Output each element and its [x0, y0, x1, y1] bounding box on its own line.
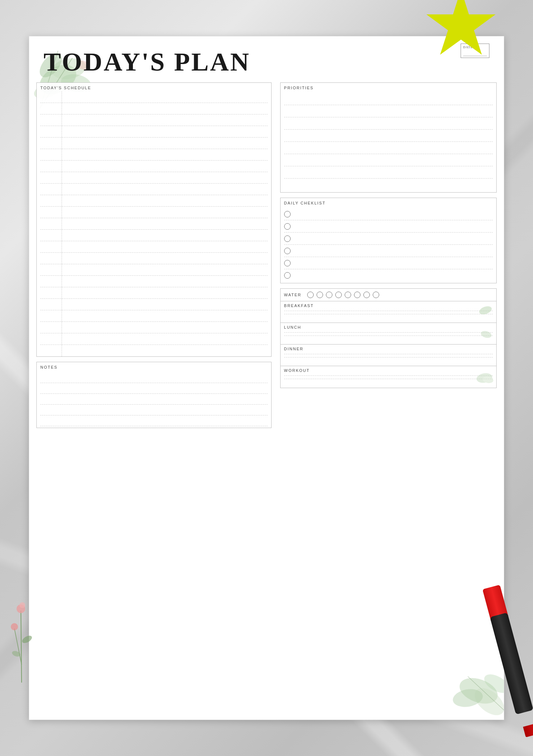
- time-cell: [40, 161, 62, 172]
- water-circle-5[interactable]: [345, 292, 351, 298]
- schedule-content: [62, 195, 268, 206]
- star-decoration: [425, 0, 504, 68]
- schedule-content: [62, 241, 268, 252]
- water-circle-6[interactable]: [354, 292, 360, 298]
- schedule-row: [40, 184, 268, 195]
- planner-page: DATE TODAY'S PLAN TODAY'S SCHEDULE: [29, 36, 504, 720]
- water-circle-2[interactable]: [317, 292, 323, 298]
- schedule-content: [62, 218, 268, 229]
- checkbox-circle[interactable]: [284, 211, 291, 217]
- time-cell: [40, 241, 62, 252]
- checklist-item: [284, 269, 493, 282]
- checkbox-circle[interactable]: [284, 223, 291, 230]
- flower-decoration: [7, 575, 36, 684]
- schedule-content: [62, 230, 268, 241]
- time-cell: [40, 149, 62, 160]
- schedule-content: [62, 310, 268, 321]
- water-circle-3[interactable]: [326, 292, 332, 298]
- schedule-content: [62, 91, 268, 103]
- schedule-content: [62, 184, 268, 195]
- priority-rows: [281, 91, 496, 192]
- time-cell: [40, 253, 62, 264]
- workout-section: WORKOUT: [281, 366, 496, 388]
- time-cell: [40, 184, 62, 195]
- checkbox-circle[interactable]: [284, 235, 291, 242]
- checklist-rows: [281, 207, 496, 283]
- priority-row: [284, 105, 493, 117]
- schedule-row: [40, 138, 268, 149]
- time-cell: [40, 230, 62, 241]
- schedule-content: [62, 126, 268, 137]
- schedule-content: [62, 299, 268, 310]
- schedule-content: [62, 172, 268, 183]
- time-cell: [40, 264, 62, 275]
- water-label: WATER: [284, 293, 302, 297]
- checkbox-circle[interactable]: [284, 272, 291, 279]
- time-cell: [40, 126, 62, 137]
- svg-point-3: [19, 602, 25, 608]
- notes-line: [40, 394, 268, 405]
- water-circle-7[interactable]: [363, 292, 370, 298]
- time-cell: [40, 345, 62, 356]
- schedule-content: [62, 322, 268, 333]
- checklist-item: [284, 245, 493, 257]
- notes-label: NOTES: [37, 362, 271, 371]
- water-circle-1[interactable]: [307, 292, 314, 298]
- svg-point-16: [470, 683, 504, 720]
- health-section: WATER BREAKFAST: [280, 288, 497, 388]
- schedule-content: [62, 138, 268, 149]
- schedule-row: [40, 287, 268, 299]
- time-cell: [40, 91, 62, 103]
- time-cell: [40, 322, 62, 333]
- schedule-row: [40, 103, 268, 114]
- svg-point-18: [481, 671, 504, 697]
- workout-label: WORKOUT: [284, 368, 493, 373]
- time-cell: [40, 310, 62, 321]
- schedule-row: [40, 345, 268, 356]
- schedule-row: [40, 276, 268, 287]
- meal-line: [284, 357, 493, 357]
- priorities-section: PRIORITIES: [280, 82, 497, 193]
- notes-section: NOTES: [36, 362, 272, 428]
- content-area: TODAY'S SCHEDULE: [29, 82, 504, 440]
- svg-line-0: [21, 611, 22, 683]
- schedule-content: [62, 114, 268, 126]
- meal-line: [284, 311, 493, 311]
- priority-row: [284, 93, 493, 105]
- svg-point-21: [480, 330, 492, 339]
- time-cell: [40, 195, 62, 206]
- schedule-content: [62, 276, 268, 287]
- schedule-content: [62, 161, 268, 172]
- checkbox-circle[interactable]: [284, 260, 291, 266]
- time-cell: [40, 299, 62, 310]
- schedule-content: [62, 345, 268, 356]
- schedule-row: [40, 264, 268, 276]
- schedule-row: [40, 241, 268, 253]
- schedule-content: [62, 264, 268, 275]
- breakfast-label: BREAKFAST: [284, 303, 493, 308]
- svg-point-20: [478, 305, 493, 316]
- schedule-row: [40, 195, 268, 207]
- checkbox-circle[interactable]: [284, 248, 291, 254]
- schedule-row: [40, 218, 268, 230]
- water-circle-8[interactable]: [373, 292, 379, 298]
- notes-lines: [37, 371, 271, 428]
- time-cell: [40, 138, 62, 149]
- schedule-row: [40, 161, 268, 172]
- breakfast-section: BREAKFAST: [281, 301, 496, 323]
- checklist-item: [284, 233, 493, 245]
- svg-point-4: [11, 623, 18, 630]
- schedule-content: [62, 207, 268, 218]
- priority-row: [284, 142, 493, 154]
- water-circle-4[interactable]: [335, 292, 342, 298]
- svg-point-17: [451, 687, 484, 709]
- schedule-row: [40, 253, 268, 264]
- svg-point-6: [11, 650, 21, 657]
- priority-row: [284, 154, 493, 166]
- time-cell: [40, 114, 62, 126]
- svg-line-1: [14, 629, 22, 665]
- schedule-row: [40, 126, 268, 138]
- time-cell: [40, 218, 62, 229]
- schedule-row: [40, 230, 268, 241]
- schedule-row: [40, 114, 268, 126]
